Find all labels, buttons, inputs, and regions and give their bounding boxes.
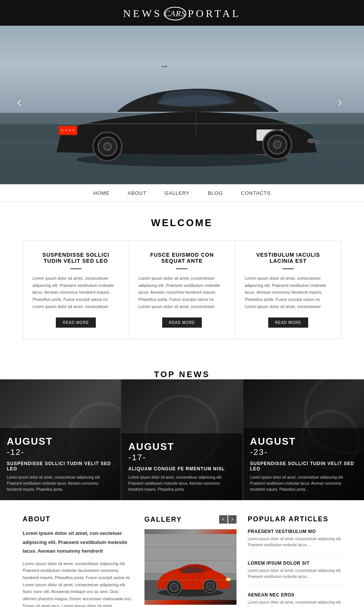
card-1-text: Lorem ipsum dolor sit amet, consectetuer… xyxy=(32,275,119,310)
nav-contacts[interactable]: CONTACTS xyxy=(241,190,271,196)
popular-article-2-title: LOREM IPSUM DOLOR SIT xyxy=(248,561,349,566)
main-nav: HOME ABOUT GALLERY BLOG CONTACTS xyxy=(0,184,364,202)
popular-article-2: LOREM IPSUM DOLOR SIT Lorem ipsum dolor … xyxy=(248,561,349,585)
news-card-3-content: AUGUST -23- SUSPENDISSE SOLLICI TUDIN VE… xyxy=(243,428,364,500)
gallery-next-button[interactable]: > xyxy=(228,515,237,524)
news-1-text: Lorem ipsum dolor sit amet, consectetuer… xyxy=(7,475,114,493)
site-header: NEWS CARS PORTAL xyxy=(0,0,364,26)
popular-article-3-text: Lorem ipsum dolor sit amet, consectetuer… xyxy=(248,599,349,607)
about-intro: Lorem ipsum dolor sit amet, con-sectetue… xyxy=(23,529,133,555)
news-card-1-content: AUGUST -12- SUSPENDISSE SOLLICI TUDIN VE… xyxy=(0,428,121,500)
about-heading: ABOUT xyxy=(23,515,133,523)
gallery-col: GALLERY < > xyxy=(144,515,237,607)
bottom-section: ABOUT Lorem ipsum dolor sit amet, con-se… xyxy=(0,500,364,607)
svg-text:‹: ‹ xyxy=(17,94,22,110)
news-2-day: -17- xyxy=(128,453,235,462)
svg-point-31 xyxy=(170,583,178,592)
card-3-read-more[interactable]: READ MORE xyxy=(268,317,308,328)
news-2-month: AUGUST xyxy=(128,441,235,453)
gallery-prev-button[interactable]: < xyxy=(219,515,227,524)
news-card-3: AUGUST -23- SUSPENDISSE SOLLICI TUDIN VE… xyxy=(243,379,364,500)
about-body: Lorem ipsum dolor sit amet, consectetuer… xyxy=(23,560,133,607)
svg-point-33 xyxy=(206,582,214,590)
gallery-heading: GALLERY xyxy=(144,516,182,524)
card-3-title: VESTIBULUM IACULIS LACINIA EST xyxy=(245,252,332,264)
popular-col: POPULAR ARTICLES PRAESENT VESTIBULUM MO … xyxy=(248,515,349,607)
logo-pre: NEWS xyxy=(123,8,162,20)
svg-point-7 xyxy=(61,129,63,131)
welcome-title: WELCOME xyxy=(23,217,341,229)
hero-banner: › ‹ xyxy=(0,26,364,184)
news-1-day: -12- xyxy=(7,447,114,457)
card-2-text: Lorem ipsum dolor sit amet, consectetuer… xyxy=(138,275,225,310)
nav-gallery[interactable]: GALLERY xyxy=(164,190,190,196)
svg-point-14 xyxy=(273,141,281,148)
news-3-text: Lorem ipsum dolor sit amet, consectetuer… xyxy=(250,475,357,493)
news-3-month: AUGUST xyxy=(250,436,357,447)
popular-article-1-text: Lorem ipsum dolor sit amet, consectetuer… xyxy=(248,536,349,548)
card-3-text: Lorem ipsum dolor sit amet, consectetuer… xyxy=(245,275,332,310)
svg-point-9 xyxy=(69,129,71,131)
popular-article-1: PRAESENT VESTIBULUM MO Lorem ipsum dolor… xyxy=(248,529,349,554)
news-1-headline: SUSPENDISSE SOLLICI TUDIN VELIT SED LEO xyxy=(7,461,114,471)
svg-point-20 xyxy=(314,140,320,144)
svg-point-17 xyxy=(104,143,111,150)
news-2-text: Lorem ipsum dolor sit amet, consectetuer… xyxy=(128,475,235,493)
svg-point-10 xyxy=(72,129,75,131)
news-3-day: -23- xyxy=(250,447,357,457)
gallery-nav: < > xyxy=(219,515,237,524)
svg-point-8 xyxy=(65,129,67,131)
site-logo: NEWS CARS PORTAL xyxy=(123,7,241,20)
hero-car-svg: › ‹ xyxy=(0,26,364,184)
card-2: FUSCE EUISMOD CON SEQUAT ANTE Lorem ipsu… xyxy=(129,240,235,339)
card-1-title: SUSPENDISSE SOLLICI TUDIN VELIT SED LEO xyxy=(32,252,119,264)
popular-article-2-text: Lorem ipsum dolor sit amet, consectetuer… xyxy=(248,568,349,580)
logo-cars-emblem: CARS xyxy=(164,7,186,20)
popular-article-1-title: PRAESENT VESTIBULUM MO xyxy=(248,529,349,534)
card-1-read-more[interactable]: READ MORE xyxy=(56,317,96,328)
card-2-divider xyxy=(176,268,187,269)
card-2-title: FUSCE EUISMOD CON SEQUAT ANTE xyxy=(138,252,225,264)
news-3-headline: SUSPENDISSE SOLLICI TUDIN VELIT SED LEO xyxy=(250,461,357,471)
popular-heading: POPULAR ARTICLES xyxy=(248,515,349,523)
card-3-divider xyxy=(283,268,294,269)
news-section: AUGUST -12- SUSPENDISSE SOLLICI TUDIN VE… xyxy=(0,379,364,500)
nav-about[interactable]: ABOUT xyxy=(127,190,146,196)
gallery-col-header: GALLERY < > xyxy=(144,515,237,524)
logo-post: PORTAL xyxy=(188,8,241,20)
news-1-month: AUGUST xyxy=(7,436,114,447)
popular-article-3: AENEAN NEC EROS Lorem ipsum dolor sit am… xyxy=(248,592,349,607)
gallery-car-svg xyxy=(144,529,237,605)
top-news-heading: TOP NEWS xyxy=(0,358,364,379)
popular-article-3-title: AENEAN NEC EROS xyxy=(248,592,349,598)
nav-blog[interactable]: BLOG xyxy=(208,190,223,196)
gallery-image xyxy=(144,529,237,605)
news-2-headline: ALIQUAM CONGUE FE RMENTUM NISL xyxy=(128,466,235,471)
news-card-1: AUGUST -12- SUSPENDISSE SOLLICI TUDIN VE… xyxy=(0,379,121,500)
news-card-2: AUGUST -17- ALIQUAM CONGUE FE RMENTUM NI… xyxy=(121,379,243,500)
card-1: SUSPENDISSE SOLLICI TUDIN VELIT SED LEO … xyxy=(23,240,129,339)
svg-text:›: › xyxy=(338,94,342,110)
news-card-2-content: AUGUST -17- ALIQUAM CONGUE FE RMENTUM NI… xyxy=(121,433,242,500)
svg-point-34 xyxy=(226,578,231,581)
card-1-divider xyxy=(70,268,81,269)
nav-home[interactable]: HOME xyxy=(93,190,109,196)
cards-row: SUSPENDISSE SOLLICI TUDIN VELIT SED LEO … xyxy=(23,240,341,339)
card-3: VESTIBULUM IACULIS LACINIA EST Lorem ips… xyxy=(235,240,341,339)
about-col: ABOUT Lorem ipsum dolor sit amet, con-se… xyxy=(23,515,133,607)
card-2-read-more[interactable]: READ MORE xyxy=(162,317,202,328)
welcome-section: WELCOME SUSPENDISSE SOLLICI TUDIN VELIT … xyxy=(0,202,364,358)
